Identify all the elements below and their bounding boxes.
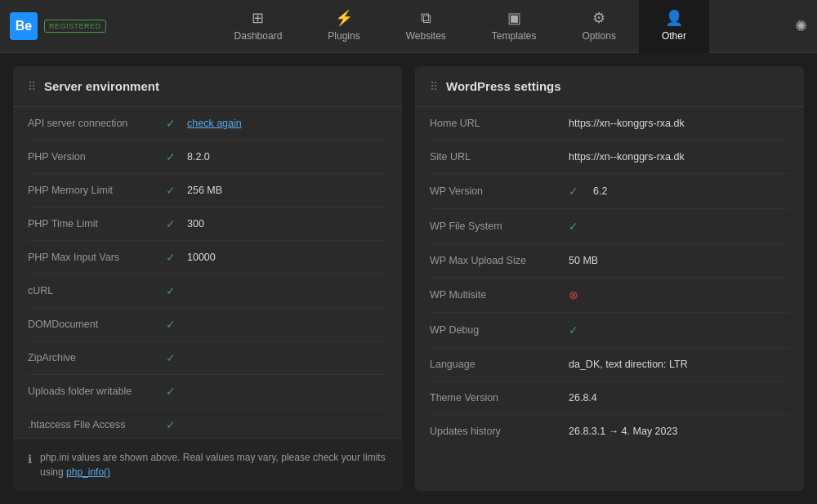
settings-icon[interactable]: ✺ <box>795 18 807 34</box>
check-icon-php-time: ✓ <box>163 217 179 230</box>
check-again-link[interactable]: check again <box>187 118 242 129</box>
check-icon-curl: ✓ <box>163 284 179 297</box>
label-api-server: API server connection <box>28 118 154 129</box>
server-panel-note: ℹ php.ini values are shown above. Real v… <box>13 438 402 491</box>
row-site-url: Site URL https://xn--konggrs-rxa.dk <box>430 140 789 174</box>
row-php-time: PHP Time Limit ✓ 300 <box>28 207 387 241</box>
check-icon-php-version: ✓ <box>163 150 179 163</box>
label-language: Language <box>430 359 560 370</box>
info-icon: ℹ <box>28 451 32 468</box>
row-home-url: Home URL https://xn--konggrs-rxa.dk <box>430 107 789 140</box>
row-wp-version: WP Version ✓ 6.2 <box>430 174 789 209</box>
value-home-url: https://xn--konggrs-rxa.dk <box>569 118 685 129</box>
top-navigation: Be REGISTERED ⊞ Dashboard ⚡ Plugins ⧉ We… <box>0 0 817 53</box>
check-icon-php-max-input: ✓ <box>163 251 179 264</box>
nav-item-options[interactable]: ⚙ Options <box>560 0 639 53</box>
wp-panel-header: ⠿ WordPress settings <box>415 66 804 107</box>
row-ziparchive: ZipArchive ✓ <box>28 341 387 375</box>
check-icon-ziparchive: ✓ <box>163 351 179 364</box>
row-api-server: API server connection ✓ check again <box>28 107 387 140</box>
label-ziparchive: ZipArchive <box>28 352 154 364</box>
logo-area: Be REGISTERED <box>10 12 106 40</box>
label-php-memory: PHP Memory Limit <box>28 185 154 196</box>
value-site-url: https://xn--konggrs-rxa.dk <box>569 151 685 163</box>
value-php-max-input: 10000 <box>187 252 216 263</box>
row-wp-debug: WP Debug ✓ <box>430 313 789 348</box>
label-curl: cURL <box>28 285 154 297</box>
value-wp-max-upload: 50 MB <box>569 255 598 266</box>
templates-icon: ▣ <box>507 11 521 25</box>
row-updates-history: Updates history 26.8.3.1 → 4. May 2023 <box>430 415 789 448</box>
value-php-time: 300 <box>187 218 204 230</box>
nav-label-templates: Templates <box>492 30 537 42</box>
nav-item-dashboard[interactable]: ⊞ Dashboard <box>212 0 306 53</box>
options-icon: ⚙ <box>592 11 605 25</box>
label-php-max-input: PHP Max Input Vars <box>28 252 154 263</box>
server-panel-title: Server environment <box>44 79 159 93</box>
check-icon-api: ✓ <box>163 117 179 130</box>
drag-handle-wp: ⠿ <box>430 80 438 93</box>
nav-label-plugins: Plugins <box>328 30 359 42</box>
value-php-memory: 256 MB <box>187 185 222 196</box>
nav-label-options: Options <box>583 30 616 42</box>
main-content: ⠿ Server environment API server connecti… <box>0 53 817 504</box>
nav-item-websites[interactable]: ⧉ Websites <box>383 0 469 53</box>
nav-label-websites: Websites <box>406 30 446 42</box>
label-htaccess: .htaccess File Access <box>28 419 154 430</box>
row-uploads: Uploads folder writable ✓ <box>28 375 387 408</box>
row-php-max-input: PHP Max Input Vars ✓ 10000 <box>28 241 387 274</box>
row-theme-version: Theme Version 26.8.4 <box>430 381 789 415</box>
nav-item-plugins[interactable]: ⚡ Plugins <box>305 0 382 53</box>
label-uploads: Uploads folder writable <box>28 386 154 397</box>
server-environment-panel: ⠿ Server environment API server connecti… <box>13 66 402 491</box>
label-wp-version: WP Version <box>430 185 560 197</box>
row-language: Language da_DK, text direction: LTR <box>430 348 789 381</box>
other-icon: 👤 <box>665 11 683 25</box>
label-php-time: PHP Time Limit <box>28 218 154 230</box>
row-curl: cURL ✓ <box>28 274 387 308</box>
value-updates-history: 26.8.3.1 → 4. May 2023 <box>569 426 677 437</box>
label-wp-multisite: WP Multisite <box>430 289 560 301</box>
label-updates-history: Updates history <box>430 426 560 437</box>
check-icon-wp-debug: ✓ <box>569 323 585 337</box>
check-icon-php-memory: ✓ <box>163 184 179 197</box>
wp-panel-body: Home URL https://xn--konggrs-rxa.dk Site… <box>415 107 804 491</box>
label-site-url: Site URL <box>430 151 560 163</box>
label-php-version: PHP Version <box>28 151 154 163</box>
value-language: da_DK, text direction: LTR <box>569 359 688 370</box>
label-wp-max-upload: WP Max Upload Size <box>430 255 560 266</box>
label-home-url: Home URL <box>430 118 560 129</box>
value-php-version: 8.2.0 <box>187 151 210 163</box>
server-panel-header: ⠿ Server environment <box>13 66 402 107</box>
value-wp-version: 6.2 <box>593 185 607 197</box>
note-text: php.ini values are shown above. Real val… <box>40 450 387 479</box>
row-wp-max-upload: WP Max Upload Size 50 MB <box>430 244 789 278</box>
label-wp-debug: WP Debug <box>430 324 560 336</box>
check-icon-uploads: ✓ <box>163 385 179 398</box>
check-icon-wp-filesystem: ✓ <box>569 220 585 233</box>
label-theme-version: Theme Version <box>430 392 560 404</box>
wp-panel-title: WordPress settings <box>446 79 561 93</box>
nav-item-templates[interactable]: ▣ Templates <box>469 0 560 53</box>
wordpress-settings-panel: ⠿ WordPress settings Home URL https://xn… <box>415 66 804 491</box>
label-wp-filesystem: WP File System <box>430 221 560 232</box>
value-theme-version: 26.8.4 <box>569 392 597 404</box>
nav-items: ⊞ Dashboard ⚡ Plugins ⧉ Websites ▣ Templ… <box>126 0 795 53</box>
check-icon-wp-version: ✓ <box>569 185 585 198</box>
php-info-link[interactable]: php_info() <box>66 466 110 478</box>
registered-badge: REGISTERED <box>44 20 106 33</box>
label-domdocument: DOMDocument <box>28 319 154 330</box>
row-domdocument: DOMDocument ✓ <box>28 308 387 341</box>
server-panel-body: API server connection ✓ check again PHP … <box>13 107 402 438</box>
plugins-icon: ⚡ <box>335 11 353 25</box>
drag-handle-server: ⠿ <box>28 80 36 93</box>
nav-right: ✺ <box>795 17 807 35</box>
nav-label-dashboard: Dashboard <box>234 30 283 42</box>
nav-label-other: Other <box>662 30 686 42</box>
nav-item-other[interactable]: 👤 Other <box>639 0 709 53</box>
row-php-version: PHP Version ✓ 8.2.0 <box>28 140 387 174</box>
dashboard-icon: ⊞ <box>252 11 264 25</box>
logo: Be <box>10 12 38 40</box>
row-wp-multisite: WP Multisite ⊗ <box>430 278 789 313</box>
row-wp-filesystem: WP File System ✓ <box>430 209 789 244</box>
